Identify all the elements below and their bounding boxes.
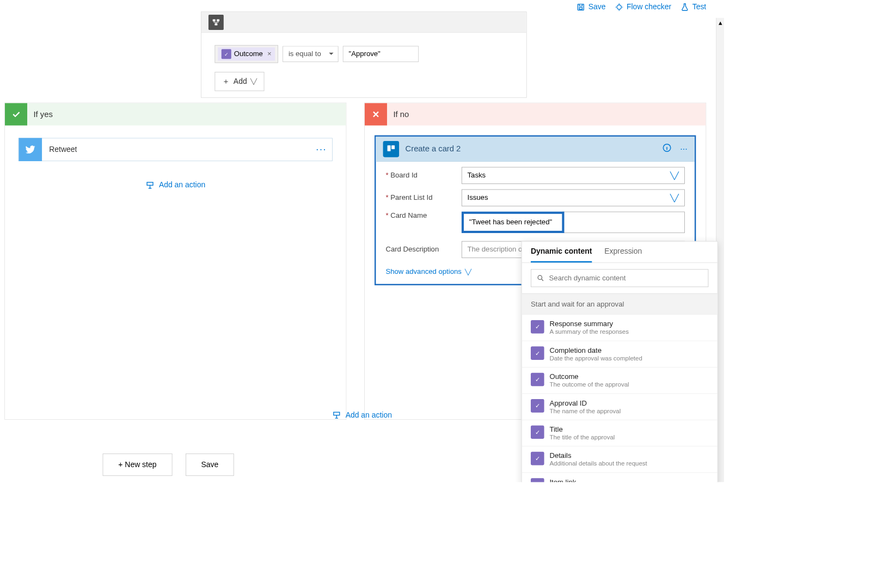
- branch-yes: If yes Retweet ··· Add an action: [4, 103, 346, 420]
- dynamic-item-title: Approval ID: [549, 399, 621, 407]
- card-name-value: "Tweet has been rejected": [469, 218, 552, 226]
- chip-remove-icon[interactable]: ×: [266, 50, 272, 58]
- add-action-yes[interactable]: Add an action: [5, 161, 346, 203]
- create-card-header[interactable]: Create a card 2 ···: [376, 137, 694, 162]
- test-button[interactable]: Test: [680, 3, 707, 11]
- dynamic-item-title: Response summary: [549, 320, 628, 328]
- dynamic-item-desc: Additional details about the request: [549, 460, 647, 467]
- approval-item-icon: ✓: [531, 399, 544, 413]
- approval-item-icon: ✓: [531, 425, 544, 439]
- add-action-icon: [332, 411, 341, 419]
- dynamic-item[interactable]: ✓ Title The title of the approval: [522, 420, 718, 446]
- dynamic-item-title: Item link: [549, 478, 576, 482]
- dynamic-tabs: Dynamic content Expression: [522, 242, 718, 263]
- save-footer-button[interactable]: Save: [186, 454, 234, 476]
- svg-rect-6: [147, 182, 153, 185]
- trello-icon: [383, 141, 400, 157]
- board-id-row: * Board Id Tasks ╲╱: [376, 162, 694, 184]
- x-icon: [365, 103, 387, 125]
- chevron-down-icon: ╲╱: [465, 269, 471, 275]
- dynamic-item[interactable]: ✓ Item link: [522, 473, 718, 482]
- add-action-icon: [145, 181, 154, 189]
- card-name-input[interactable]: "Tweet has been rejected": [462, 212, 565, 233]
- condition-card: ✓ Outcome × is equal to "Approve" ＋ Add …: [201, 11, 527, 97]
- check-icon: [5, 103, 27, 125]
- branch-yes-label: If yes: [27, 109, 53, 119]
- svg-point-2: [617, 5, 621, 9]
- condition-operator-select[interactable]: is equal to: [283, 46, 338, 62]
- svg-rect-3: [213, 19, 216, 21]
- dynamic-item-desc: The title of the approval: [549, 433, 615, 440]
- dynamic-item-title: Outcome: [549, 373, 629, 381]
- retweet-title: Retweet: [49, 145, 77, 154]
- dynamic-item-title: Details: [549, 452, 647, 460]
- right-value-text: "Approve": [349, 50, 381, 58]
- branch-no-header[interactable]: If no: [365, 103, 706, 125]
- tab-expression[interactable]: Expression: [604, 247, 642, 262]
- create-card-menu-button[interactable]: ···: [680, 144, 688, 154]
- retweet-menu-button[interactable]: ···: [316, 144, 327, 155]
- test-label: Test: [692, 3, 707, 11]
- chip-label: Outcome: [234, 50, 263, 58]
- approval-item-icon: ✓: [531, 320, 544, 334]
- svg-point-12: [538, 275, 542, 279]
- dynamic-item-desc: Date the approval was completed: [549, 354, 642, 362]
- operator-value: is equal to: [289, 50, 321, 58]
- approval-item-icon: ✓: [531, 452, 544, 465]
- dynamic-item[interactable]: ✓ Outcome The outcome of the approval: [522, 367, 718, 393]
- save-label: Save: [588, 3, 606, 11]
- condition-header[interactable]: [201, 12, 526, 33]
- dynamic-item[interactable]: ✓ Completion date Date the approval was …: [522, 341, 718, 367]
- add-action-outer[interactable]: Add an action: [332, 411, 392, 419]
- approval-item-icon: ✓: [531, 346, 544, 360]
- board-id-value: Tasks: [468, 171, 486, 180]
- dynamic-search[interactable]: [531, 269, 708, 287]
- parent-list-select[interactable]: Issues ╲╱: [462, 189, 685, 206]
- board-id-select[interactable]: Tasks ╲╱: [462, 167, 685, 184]
- info-icon[interactable]: [662, 143, 672, 155]
- parent-list-label: * Parent List Id: [385, 194, 461, 202]
- condition-icon: [209, 15, 224, 30]
- editor-toolbar: Save Flow checker Test: [577, 3, 707, 11]
- flask-icon: [680, 3, 689, 11]
- dynamic-item-title: Completion date: [549, 346, 642, 354]
- flow-checker-icon: [615, 3, 623, 11]
- chevron-down-icon: ╲╱: [670, 193, 679, 202]
- save-button[interactable]: Save: [577, 3, 606, 11]
- card-description-label: Card Description: [385, 246, 461, 254]
- condition-right-value[interactable]: "Approve": [343, 46, 419, 62]
- dynamic-item-desc: The name of the approval: [549, 407, 621, 414]
- dynamic-item-desc: The outcome of the approval: [549, 381, 629, 388]
- card-name-label: * Card Name: [385, 212, 461, 220]
- condition-left-operand[interactable]: ✓ Outcome ×: [214, 45, 278, 63]
- approval-chip-icon: ✓: [222, 49, 231, 59]
- card-name-row: * Card Name "Tweet has been rejected": [376, 206, 694, 233]
- footer-buttons: + New step Save: [103, 454, 234, 476]
- dynamic-item[interactable]: ✓ Details Additional details about the r…: [522, 446, 718, 472]
- dynamic-content-panel: Dynamic content Expression Start and wai…: [522, 241, 718, 482]
- approval-item-icon: ✓: [531, 478, 544, 482]
- parent-list-row: * Parent List Id Issues ╲╱: [376, 184, 694, 206]
- dynamic-item[interactable]: ✓ Response summary A summary of the resp…: [522, 314, 718, 340]
- svg-rect-7: [388, 145, 391, 151]
- flow-checker-button[interactable]: Flow checker: [615, 3, 671, 11]
- dynamic-search-input[interactable]: [549, 274, 703, 282]
- dynamic-items-list: ✓ Response summary A summary of the resp…: [522, 314, 718, 482]
- svg-rect-4: [217, 19, 219, 21]
- branch-no-label: If no: [387, 109, 409, 119]
- add-action-label: Add an action: [346, 411, 392, 419]
- scroll-up-icon[interactable]: ▴: [716, 18, 724, 27]
- dynamic-item[interactable]: ✓ Approval ID The name of the approval: [522, 393, 718, 419]
- dynamic-item-title: Title: [549, 425, 615, 433]
- card-name-field-border[interactable]: [562, 212, 685, 233]
- tab-dynamic-content[interactable]: Dynamic content: [531, 247, 592, 262]
- retweet-action-card[interactable]: Retweet ···: [19, 138, 333, 161]
- plus-icon: ＋: [222, 76, 230, 87]
- approval-item-icon: ✓: [531, 373, 544, 387]
- new-step-button[interactable]: + New step: [103, 454, 173, 476]
- dynamic-item-desc: A summary of the responses: [549, 328, 628, 335]
- add-condition-button[interactable]: ＋ Add ╲╱: [214, 72, 264, 91]
- parent-list-value: Issues: [468, 194, 488, 202]
- flow-checker-label: Flow checker: [627, 3, 671, 11]
- branch-yes-header[interactable]: If yes: [5, 103, 346, 125]
